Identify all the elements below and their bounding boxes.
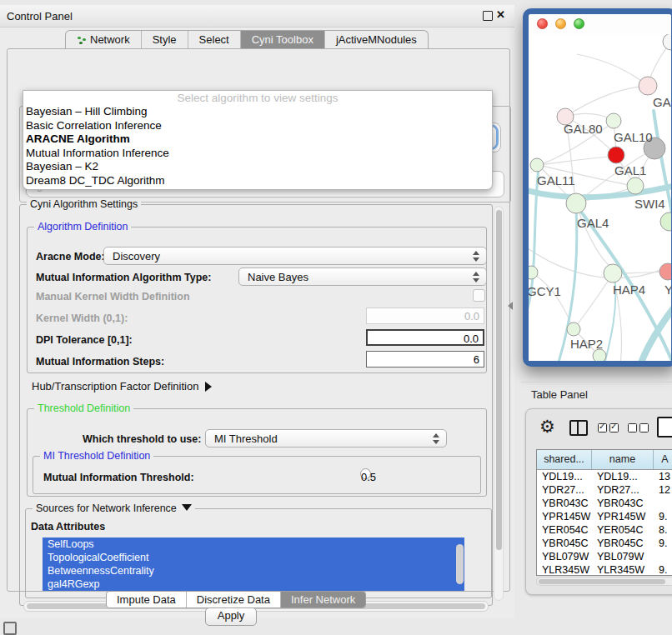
table-row[interactable]: YBR045CYBR045C9. [537, 537, 672, 550]
node-label: Y [664, 282, 671, 297]
network-icon [77, 36, 86, 45]
attribute-item[interactable]: TopologicalCoefficient [43, 551, 464, 564]
network-node[interactable] [566, 193, 586, 213]
expanded-arrow-icon [182, 504, 192, 511]
algorithm-option[interactable]: Basic Correlation Inference [23, 119, 492, 133]
tab-discretize-data[interactable]: Discretize Data [187, 592, 281, 608]
float-window-icon[interactable] [483, 11, 493, 21]
docked-panel-icon[interactable] [3, 622, 17, 635]
algorithm-option[interactable]: ARACNE Algorithm [23, 132, 492, 147]
table-row[interactable]: YDR27...YDR27...12 [537, 483, 672, 497]
table-cell: YDL19... [537, 470, 592, 483]
table-cell [654, 497, 672, 510]
attribute-list: SelfLoopsTopologicalCoefficientBetweenne… [43, 538, 464, 591]
column-header[interactable]: A [654, 450, 672, 469]
table-horizontal-scrollbar[interactable] [536, 577, 672, 586]
mi-type-value: Naive Bayes [248, 271, 308, 283]
table-row[interactable]: YER054CYER054C8. [537, 523, 672, 537]
column-header[interactable]: shared... [537, 450, 592, 469]
settings-vertical-scrollbar[interactable] [494, 206, 504, 601]
table-cell: YLR345W [537, 563, 592, 576]
table-cell: YER054C [592, 523, 654, 537]
mi-threshold-label: Mutual Information Threshold: [43, 472, 194, 483]
tab-infer-network[interactable]: Infer Network [281, 592, 365, 608]
algorithm-dropdown-popup: Select algorithm to view settings Bayesi… [23, 90, 493, 190]
table-row[interactable]: YLR345WYLR345W9. [537, 563, 672, 576]
manual-kernel-label: Manual Kernel Width Definition [36, 291, 190, 302]
manual-kernel-checkbox[interactable] [473, 289, 485, 302]
stepper-arrows-icon [473, 272, 479, 283]
network-node[interactable] [606, 113, 621, 128]
threshold-definition-group: Threshold Definition Which threshold to … [27, 408, 487, 497]
kernel-width-field[interactable]: 0.0 [366, 308, 484, 324]
node-label: GAL10 [614, 130, 653, 144]
attribute-item[interactable]: BetweennessCentrality [43, 564, 464, 578]
sources-title[interactable]: Sources for Network Inference [33, 502, 195, 514]
table-row[interactable]: YBL079WYBL079W [537, 550, 672, 563]
aracne-mode-combo[interactable]: Discovery [103, 247, 487, 265]
network-node[interactable] [529, 266, 538, 279]
network-node[interactable] [663, 34, 671, 50]
attribute-list-scrollbar[interactable] [456, 544, 464, 584]
network-node[interactable] [530, 158, 544, 172]
mi-threshold-field[interactable]: 0.5 [360, 468, 371, 479]
tab-select[interactable]: Select [188, 31, 241, 49]
checked-checkbox-icon[interactable] [598, 423, 607, 432]
network-canvas[interactable]: GALGAL80GAL10GAL1GAL11GAL4SWI4GCY1HAP4YH… [529, 34, 671, 361]
network-node[interactable] [608, 147, 624, 163]
mi-steps-field[interactable]: 6 [366, 351, 484, 368]
table-body: YDL19...YDL19...13YDR27...YDR27...12YBR0… [537, 470, 672, 576]
gear-icon[interactable]: ⚙ [539, 416, 555, 438]
attribute-item[interactable]: SelfLoops [43, 538, 464, 551]
network-node[interactable] [660, 212, 671, 231]
desktop: Control Panel ✕ NetworkStyleSelectCyni T… [0, 0, 672, 635]
collapsed-arrow-icon [205, 382, 212, 392]
network-node[interactable] [639, 77, 657, 95]
unchecked-checkbox-icon[interactable] [639, 423, 649, 432]
network-node[interactable] [593, 349, 606, 361]
attribute-item[interactable]: gal4RGexp [43, 578, 464, 591]
hub-definition-toggle[interactable]: Hub/Transcription Factor Definition [32, 380, 212, 392]
algorithm-option[interactable]: Dream8 DC_TDC Algorithm [23, 174, 492, 188]
table-row[interactable]: YBR043CYBR043C [537, 497, 672, 510]
table-cell [654, 550, 672, 563]
algorithm-option[interactable]: Bayesian – K2 [23, 160, 492, 174]
mi-type-combo[interactable]: Naive Bayes [238, 268, 487, 286]
which-threshold-combo[interactable]: MI Threshold [205, 429, 447, 448]
table-cell: 9. [654, 537, 672, 550]
minimize-window-icon[interactable] [555, 18, 566, 29]
algorithm-option[interactable]: Bayesian – Hill Climbing [23, 105, 492, 119]
table-row[interactable]: YPR145WYPR145W9. [537, 510, 672, 523]
network-node[interactable] [604, 264, 622, 282]
table-row[interactable]: YDL19...YDL19...13 [537, 470, 672, 483]
node-table[interactable]: shared...nameA YDL19...YDL19...13YDR27..… [536, 449, 672, 576]
network-node[interactable] [659, 263, 671, 280]
tab-label: Style [153, 31, 177, 49]
table-cell: YBL079W [592, 550, 654, 563]
aracne-mode-value: Discovery [113, 250, 160, 262]
table-cell: YBL079W [537, 550, 592, 563]
hub-definition-label: Hub/Transcription Factor Definition [32, 380, 198, 392]
tab-cyni-toolbox[interactable]: Cyni Toolbox [241, 31, 325, 49]
network-node[interactable] [567, 322, 580, 336]
close-icon[interactable]: ✕ [496, 8, 505, 21]
dpi-tolerance-field[interactable]: 0.0 [366, 329, 484, 346]
split-columns-icon[interactable] [569, 420, 588, 436]
checked-checkbox-icon[interactable] [609, 423, 619, 432]
unchecked-checkbox-icon[interactable] [628, 423, 637, 432]
apply-button[interactable]: Apply [205, 608, 257, 626]
document-icon[interactable] [657, 417, 672, 438]
column-header[interactable]: name [592, 450, 654, 469]
tab-impute-data[interactable]: Impute Data [107, 592, 187, 608]
table-cell: 9. [654, 510, 672, 523]
close-window-icon[interactable] [537, 18, 548, 29]
settings-group-title: Cyni Algorithm Settings [27, 198, 141, 210]
tab-network[interactable]: Network [66, 31, 142, 49]
tab-jactivemnodules[interactable]: jActiveMNodules [325, 31, 428, 49]
tab-style[interactable]: Style [142, 31, 188, 49]
dpi-tolerance-label: DPI Tolerance [0,1]: [36, 334, 133, 346]
panel-collapse-arrow[interactable] [508, 302, 513, 310]
zoom-window-icon[interactable] [574, 18, 584, 29]
algorithm-option[interactable]: Mutual Information Inference [23, 147, 492, 161]
network-node[interactable] [627, 178, 644, 194]
